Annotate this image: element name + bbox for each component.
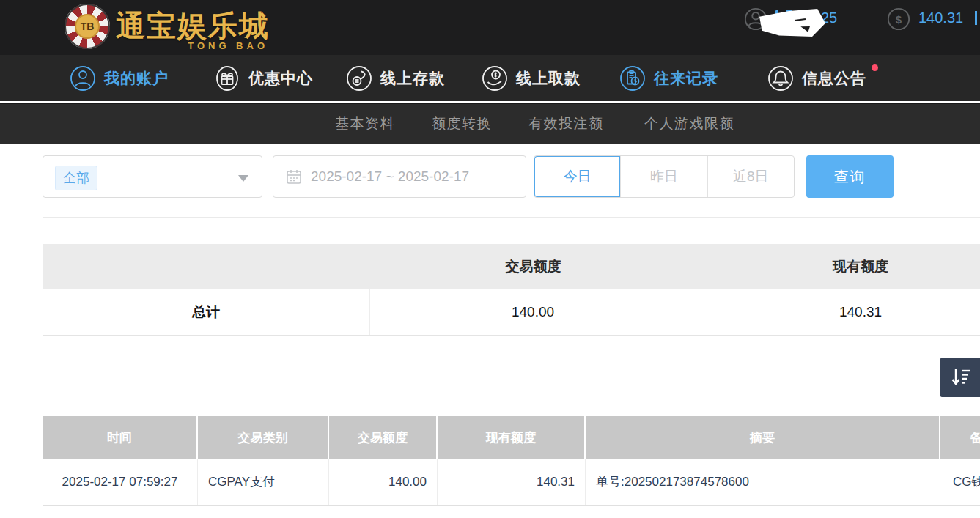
balance-dollar-icon: $ [886,7,911,32]
records-header-row: 时间 交易类别 交易额度 现有额度 摘要 备注 [43,416,980,459]
col-header-trade: 交易额度 [329,416,438,459]
col-header-current: 现有额度 [438,416,586,459]
col-header-remark: 备注 [940,416,980,459]
col-header-time: 时间 [43,416,198,459]
withdraw-icon [482,65,508,92]
subnav-personal-game-limit[interactable]: 个人游戏限额 [644,104,734,144]
record-row: 2025-02-17 07:59:27 CGPAY支付 140.00 140.3… [43,459,980,506]
subnav-valid-bets[interactable]: 有效投注额 [528,104,604,144]
svg-text:$: $ [896,13,902,26]
nav-item-promotions[interactable]: 优惠中心 [214,55,313,101]
nav-item-online-withdrawal[interactable]: 线上取款 [482,55,581,101]
summary-header-trade: 交易额度 [370,244,696,289]
summary-trade-value: 140.00 [370,289,696,335]
range-last8days-button[interactable]: 近8日 [707,156,794,197]
balance-amount[interactable]: 140.31 [918,10,963,26]
nav-item-transaction-records[interactable]: 往来记录 [619,55,718,101]
chip-monogram: TB [75,14,100,39]
records-table: 时间 交易类别 交易额度 现有额度 摘要 备注 2025-02-17 07:59… [43,416,980,506]
nav-item-announcements[interactable]: 信息公告 [767,55,866,101]
poker-chip-icon: TB [65,4,110,49]
redaction-blob [759,9,825,37]
gift-icon [214,65,240,92]
page: TB 通宝娱乐城 TONG BAO 25 $ 140.31 [0,0,980,518]
transaction-type-select[interactable]: 全部 [43,155,262,198]
summary-header-row: 交易额度 现有额度 [43,244,980,289]
sort-descending-icon [950,367,972,388]
deposit-icon [346,65,372,92]
col-header-type: 交易类别 [198,416,329,459]
date-range-input[interactable]: 2025-02-17 ~ 2025-02-17 [273,155,526,198]
query-button[interactable]: 查询 [806,155,894,198]
quick-range-group: 今日 昨日 近8日 [534,155,795,198]
range-yesterday-button[interactable]: 昨日 [620,156,707,197]
nav-label: 优惠中心 [248,68,313,89]
chevron-down-icon [238,175,248,182]
brand-subtitle: TONG BAO [188,40,268,51]
notification-dot [872,64,878,71]
brand-logo[interactable]: TB 通宝娱乐城 TONG BAO [65,4,270,49]
calendar-icon [286,169,302,185]
nav-label: 线上存款 [380,68,445,89]
record-current-amount: 140.31 [438,459,586,505]
nav-label: 我的账户 [104,68,169,89]
redaction-mark [795,18,806,21]
redaction-arrow-mark [800,23,810,32]
range-today-button[interactable]: 今日 [534,156,620,197]
main-nav: 我的账户 优惠中心 线上存款 [0,55,980,101]
divider [43,217,980,218]
record-time: 2025-02-17 07:59:27 [43,459,198,505]
records-icon [619,65,646,92]
record-type: CGPAY支付 [198,459,329,505]
col-header-summary: 摘要 [586,416,940,459]
summary-header-current: 现有额度 [696,244,980,289]
subnav-basic-info[interactable]: 基本资料 [335,104,395,144]
nav-item-online-deposit[interactable]: 线上存款 [346,55,445,101]
summary-total-label: 总计 [43,289,370,335]
clipped-currency-glyph [975,11,980,25]
nav-label: 信息公告 [802,68,866,89]
brand-name: 通宝娱乐城 [116,10,270,42]
bell-icon [767,65,794,92]
summary-table: 交易额度 现有额度 总计 140.00 140.31 [43,244,980,336]
selected-type-chip[interactable]: 全部 [55,166,97,190]
account-icon [70,65,96,92]
sort-descending-button[interactable] [940,358,980,397]
nav-item-my-account[interactable]: 我的账户 [70,55,169,101]
summary-header-blank [43,244,370,289]
record-remark: CG钱包 [940,459,980,505]
nav-label: 线上取款 [516,68,581,89]
record-summary: 单号:202502173874578600 [586,459,940,505]
nav-label: 往来记录 [654,68,718,89]
sub-nav: 基本资料 额度转换 有效投注额 个人游戏限额 [0,103,980,144]
record-trade-amount: 140.00 [329,459,438,505]
subnav-credit-transfer[interactable]: 额度转换 [432,104,492,144]
summary-total-row: 总计 140.00 140.31 [43,289,980,336]
summary-current-value: 140.31 [696,289,980,335]
brand-text: 通宝娱乐城 TONG BAO [116,10,270,42]
date-range-value: 2025-02-17 ~ 2025-02-17 [311,169,469,185]
topbar: TB 通宝娱乐城 TONG BAO 25 $ 140.31 [0,0,980,55]
